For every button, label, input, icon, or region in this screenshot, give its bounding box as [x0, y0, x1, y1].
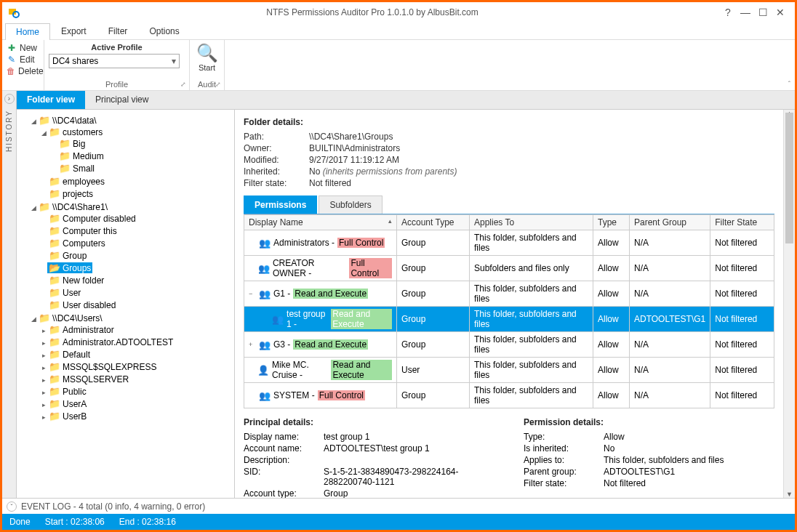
principal-details-header: Principal details: [244, 417, 494, 427]
event-log-expand-button[interactable]: ˇ [7, 501, 17, 512]
tree-node-userb[interactable]: 📁UserB [47, 411, 88, 422]
tree-node-default[interactable]: 📁Default [47, 349, 92, 360]
expander-icon[interactable]: ▸ [40, 364, 47, 371]
cell-applies-to: This folder, subfolders and files [470, 358, 593, 383]
scrollbar-thumb[interactable] [785, 113, 793, 243]
delete-profile-button[interactable]: 🗑Delete [7, 66, 39, 76]
permission-level: Full Control [349, 258, 392, 278]
expander-icon[interactable]: ◢ [30, 315, 37, 323]
tree-node-mssql-express[interactable]: 📁MSSQL$SQLEXPRESS [47, 361, 158, 372]
tab-subfolders[interactable]: Subfolders [319, 196, 382, 214]
tree-node-user[interactable]: 📁User [47, 287, 82, 298]
tab-permissions[interactable]: Permissions [244, 196, 317, 214]
tab-options[interactable]: Options [138, 23, 190, 39]
new-profile-button[interactable]: ✚New [7, 43, 39, 53]
help-button[interactable]: ? [719, 7, 737, 18]
maximize-button[interactable]: ☐ [754, 7, 772, 18]
tree-node-computers[interactable]: 📁Computers [47, 238, 107, 249]
tree-node-admin-adtool[interactable]: 📁Administrator.ADTOOLTEST [47, 336, 175, 347]
cell-parent-group: N/A [630, 383, 710, 408]
folder-icon: 📁 [49, 374, 60, 384]
vertical-scrollbar[interactable]: ▲ ▼ [783, 110, 795, 498]
tree-node-group[interactable]: 📁Group [47, 250, 88, 261]
expander-icon[interactable]: ▸ [40, 401, 47, 408]
expander-icon[interactable]: ◢ [40, 129, 47, 137]
tab-folder-view[interactable]: Folder view [17, 91, 85, 109]
profile-dialog-launcher[interactable]: ⤢ [180, 81, 186, 88]
tree-node-computer-this[interactable]: 📁Computer this [47, 225, 119, 236]
tree-node-medium[interactable]: 📁Medium [57, 150, 105, 161]
status-start: Start : 02:38:06 [45, 517, 105, 527]
ribbon: ✚New ✎Edit 🗑Delete Active Profile DC4 sh… [2, 40, 795, 91]
start-audit-button[interactable]: 🔍 Start [196, 43, 218, 72]
audit-dialog-launcher[interactable]: ⤢ [215, 81, 221, 88]
tree-node-new-folder[interactable]: 📁New folder [47, 275, 105, 286]
tree-label: UserA [63, 399, 87, 409]
tree-node-computer-disabled[interactable]: 📁Computer disabled [47, 213, 137, 224]
tree-node-dc4-share1[interactable]: 📁\\DC4\Share1\ [37, 201, 109, 212]
col-applies-to[interactable]: Applies To [470, 215, 593, 230]
ribbon-collapse-button[interactable]: ˆ [788, 81, 790, 89]
tree-node-dc4-data[interactable]: 📁\\DC4\data\ [37, 115, 98, 126]
filter-state-value: Not filtered [309, 178, 774, 188]
table-row[interactable]: 👤Mike MC. Cruise - Read and ExecuteUserT… [244, 358, 774, 383]
expander-icon[interactable]: ▸ [40, 352, 47, 359]
row-expander[interactable]: + [249, 341, 256, 348]
tree-label: employees [63, 177, 105, 187]
tree-node-usera[interactable]: 📁UserA [47, 398, 88, 409]
history-expand-button[interactable]: › [4, 94, 15, 104]
tree-node-public[interactable]: 📁Public [47, 386, 88, 397]
table-row[interactable]: 👥Administrators - Full ControlGroupThis … [244, 230, 774, 256]
table-row[interactable]: 👥SYSTEM - Full ControlGroupThis folder, … [244, 383, 774, 408]
close-button[interactable]: ✕ [772, 7, 789, 18]
tab-filter[interactable]: Filter [97, 23, 139, 39]
folder-icon: 📁 [39, 115, 50, 126]
tree-node-employees[interactable]: 📁employees [47, 176, 106, 187]
tree-label: Computer this [63, 226, 117, 236]
col-parent-group[interactable]: Parent Group [630, 215, 710, 230]
edit-profile-button[interactable]: ✎Edit [7, 55, 39, 65]
minimize-button[interactable]: — [737, 7, 754, 18]
active-profile-select[interactable]: DC4 shares [49, 54, 180, 68]
tree-node-small[interactable]: 📁Small [57, 163, 96, 174]
tab-principal-view[interactable]: Principal view [85, 91, 159, 109]
expander-icon[interactable]: ▸ [40, 376, 47, 384]
table-row[interactable]: 👥CREATOR OWNER - Full ControlGroupSubfol… [244, 256, 774, 281]
tab-export[interactable]: Export [50, 23, 97, 39]
row-expander[interactable]: − [249, 290, 256, 297]
tree-node-dc4-users[interactable]: 📁\\DC4\Users\ [37, 313, 104, 323]
expander-icon[interactable]: ▸ [40, 327, 47, 334]
expander-icon[interactable]: ▸ [40, 339, 47, 347]
expander-icon[interactable]: ▸ [40, 414, 47, 421]
col-filter-state[interactable]: Filter State [710, 215, 774, 230]
tree-node-mssqlserver[interactable]: 📁MSSQLSERVER [47, 374, 130, 384]
cell-filter-state: Not filtered [710, 256, 774, 281]
tree-node-groups[interactable]: 📂Groups [47, 262, 92, 273]
expander-icon[interactable]: ◢ [30, 204, 37, 211]
table-row[interactable]: −👥G1 - Read and ExecuteGroupThis folder,… [244, 281, 774, 307]
tree-node-big[interactable]: 📁Big [57, 138, 87, 149]
tree-node-user-disabled[interactable]: 📁User disabled [47, 299, 117, 310]
col-type[interactable]: Type [593, 215, 630, 230]
cell-account-type: Group [397, 383, 470, 408]
folder-tree[interactable]: ◢📁\\DC4\data\ ◢📁customers 📁Big 📁Medium 📁… [17, 110, 235, 498]
audit-group: 🔍 Start Audit ⤢ [190, 40, 225, 90]
tree-node-customers[interactable]: 📁customers [47, 126, 104, 137]
col-account-type[interactable]: Account Type [397, 215, 470, 230]
event-log-bar[interactable]: ˇ EVENT LOG - 4 total (0 info, 4 warning… [2, 498, 795, 514]
expander-icon[interactable]: ◢ [30, 118, 37, 125]
tree-label: \\DC4\data\ [52, 116, 97, 126]
tree-node-administrator[interactable]: 📁Administrator [47, 324, 116, 335]
folder-icon: 📁 [39, 201, 50, 212]
start-label: Start [199, 63, 215, 72]
table-row[interactable]: +👥G3 - Read and ExecuteGroupThis folder,… [244, 332, 774, 358]
filter-state-label: Filter state: [244, 178, 309, 188]
folder-icon: 📁 [49, 213, 60, 224]
tab-home[interactable]: Home [5, 23, 50, 40]
col-display-name[interactable]: Display Name▴ [244, 215, 397, 230]
table-row[interactable]: 👥test group 1 - Read and ExecuteGroupThi… [244, 307, 774, 332]
search-icon: 🔍 [196, 43, 218, 63]
tree-node-projects[interactable]: 📁projects [47, 188, 95, 199]
scroll-down-icon[interactable]: ▼ [784, 491, 795, 498]
expander-icon[interactable]: ▸ [40, 389, 47, 396]
